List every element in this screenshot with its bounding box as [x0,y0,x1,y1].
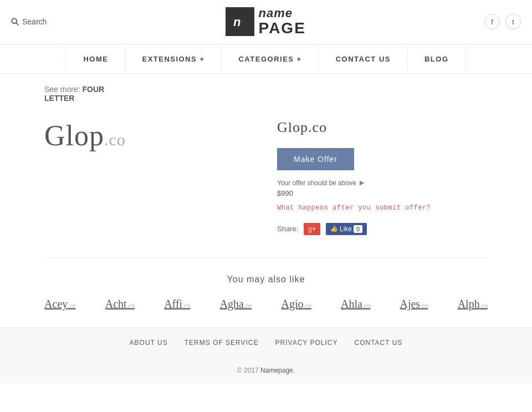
footer-link-privacy[interactable]: PRIVACY POLICY [275,339,338,347]
breadcrumb-line1: FOUR [82,85,104,94]
also-like-title: You may also like [44,274,488,284]
domain-ext: .co [480,302,488,309]
domain-ext: .co [182,302,190,309]
facebook-link[interactable]: f [484,14,500,29]
domain-ext: .co [68,302,75,309]
domain-ext: .co [362,302,370,309]
domain-name: Acey [44,298,68,310]
footer-link-contact[interactable]: CONTACT US [354,339,402,347]
domain-title: Glop.co [277,119,488,136]
nav-item-blog[interactable]: BLOG [408,45,466,73]
domain-name: Ajes [400,298,420,310]
see-more-label: See more: [44,85,80,94]
gplus-icon: g+ [308,225,316,233]
logo-name: name [259,7,306,20]
like-count: 0 [354,225,362,233]
svg-point-0 [12,19,17,24]
nav-item-home[interactable]: HOME [66,45,125,73]
search-button[interactable]: Search [11,17,47,26]
logo-page: PAGE [259,20,306,37]
main-content: Glop.co Glop.co Make Offer Your offer sh… [0,108,532,257]
also-like-section: You may also like Acey.co Acht.co Affi.c… [0,258,532,327]
domain-logo-section: Glop.co [44,114,255,235]
nav-item-extensions[interactable]: EXTENSIONS + [125,45,222,73]
list-item[interactable]: Ajes.co [400,298,428,311]
domain-info-section: Glop.co Make Offer Your offer should be … [277,114,488,235]
domain-ext-display: .co [104,130,126,149]
list-item[interactable]: Alph.co [458,298,488,311]
domain-name-display: Glop [44,120,104,151]
svg-text:n: n [233,15,241,29]
domain-name: Agio [282,298,304,310]
logo-text: name PAGE [259,7,306,37]
domain-name: Alph [458,298,480,310]
offer-hint-text: Your offer should be above [277,179,356,187]
offer-hint: Your offer should be above ▶ [277,179,488,187]
svg-line-1 [16,23,18,26]
list-item[interactable]: Ahla.co [341,298,370,311]
social-links: f t [484,14,521,29]
submit-info-link[interactable]: What happens after you submit offer? [277,204,488,212]
logo-symbol: n [231,13,249,30]
share-label: Share: [277,225,298,233]
search-label: Search [22,17,47,26]
header: Search n name PAGE f t [0,0,532,44]
breadcrumb: See more: FOUR LETTER [0,74,532,108]
list-item[interactable]: Affi.co [164,298,190,311]
like-label: Like [340,225,352,233]
footer-link-terms[interactable]: TERMS OF SERVICE [185,339,259,347]
domain-name: Ahla [341,298,362,310]
list-item[interactable]: Agio.co [282,298,311,311]
search-icon [11,18,19,26]
domain-ext: .co [127,302,135,309]
domain-ext: .co [420,302,428,309]
google-plus-button[interactable]: g+ [304,223,320,235]
footer-link-about[interactable]: ABOUT US [130,339,168,347]
nav-item-categories[interactable]: CATEGORIES + [222,45,319,73]
like-thumb-icon: 👍 [330,225,338,232]
footer-copy: © 2017 Namepage. [0,358,532,383]
main-nav: HOME EXTENSIONS + CATEGORIES + CONTACT U… [0,44,532,74]
logo-area: n name PAGE [226,7,306,37]
domain-ext: .co [304,302,311,309]
list-item[interactable]: Acey.co [44,298,76,311]
twitter-icon: t [512,18,514,26]
list-item[interactable]: Agha.co [220,298,252,311]
logo-icon: n [226,7,254,36]
facebook-icon: f [491,18,493,26]
domain-ext: .co [244,302,252,309]
nav-item-contact[interactable]: CONTACT US [319,45,408,73]
twitter-link[interactable]: t [505,14,521,29]
domain-grid: Acey.co Acht.co Affi.co Agha.co Agio.co … [44,298,488,311]
share-row: Share: g+ 👍 Like 0 [277,223,488,235]
domain-name: Agha [220,298,244,310]
make-offer-button[interactable]: Make Offer [277,148,354,170]
brand-link[interactable]: Namepage. [260,367,295,374]
facebook-like-button[interactable]: 👍 Like 0 [326,223,367,235]
copy-year: © 2017 [237,367,259,374]
arrow-icon: ▶ [360,179,364,186]
domain-name: Acht [105,298,127,310]
list-item[interactable]: Acht.co [105,298,135,311]
domain-logo-display: Glop.co [44,119,126,152]
footer-nav: ABOUT US TERMS OF SERVICE PRIVACY POLICY… [0,327,532,358]
offer-amount: $990 [277,189,488,197]
breadcrumb-line2: LETTER [44,94,74,103]
logo-link[interactable]: n name PAGE [226,7,306,37]
domain-name: Affi [164,298,182,310]
